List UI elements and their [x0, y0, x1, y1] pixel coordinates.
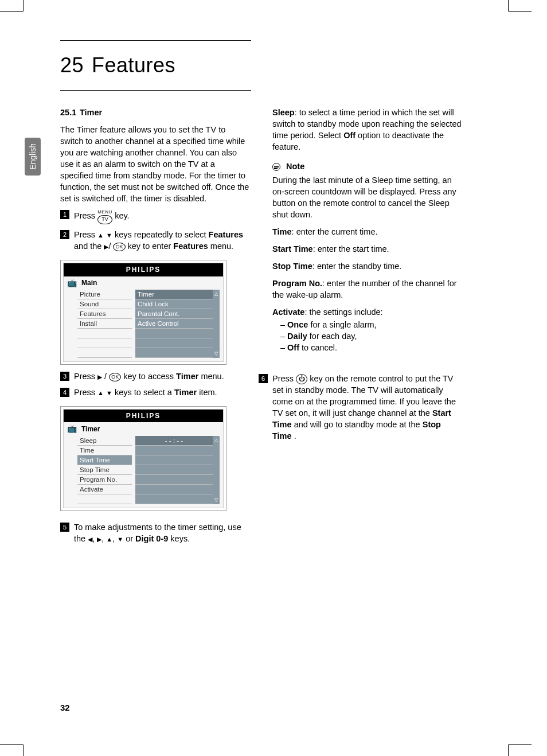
timer-label: Timer	[174, 388, 197, 397]
features-label: Features	[173, 241, 208, 251]
right-column: Sleep: to select a time period in which …	[272, 107, 462, 544]
def-label: Activate	[272, 307, 304, 317]
scroll-down-icon: ▽	[214, 497, 218, 503]
step-3: 3 Press ▶ / OK key to access Timer menu.	[60, 371, 249, 382]
chapter-name: Features	[92, 53, 175, 77]
step-text: menu.	[210, 241, 233, 251]
step-text: keys to select a	[115, 388, 174, 397]
osd-item: Active Control	[135, 319, 213, 329]
osd-value: - - : - -	[135, 436, 213, 446]
osd-item-empty	[77, 329, 132, 338]
chapter-number: 25	[60, 53, 92, 77]
ok-key-icon: OK	[113, 243, 125, 251]
def-label: Start Time	[272, 244, 313, 254]
osd-item-empty	[77, 338, 132, 348]
step-6: 6 Press ⏻ key on the remote control to p…	[259, 373, 462, 442]
top-rule	[60, 40, 251, 41]
step-text: and the	[74, 241, 104, 251]
def-start-time: Start Time: enter the start time.	[272, 243, 462, 255]
step-5: 5 To make adjustments to the timer setti…	[60, 521, 249, 544]
left-column: 25.1Timer The Timer feature allows you t…	[60, 107, 249, 544]
list-item: – Once for a single alarm,	[280, 319, 462, 330]
osd-item-empty	[77, 494, 132, 504]
osd-item-empty	[135, 348, 213, 358]
down-arrow-icon: ▼	[117, 536, 123, 543]
step-4: 4 Press ▲ ▼ keys to select a Timer item.	[60, 387, 249, 398]
bottom-rule	[60, 90, 251, 91]
osd-item: Parental Cont.	[135, 309, 213, 319]
def-label: Sleep	[272, 108, 295, 117]
page-number: 32	[60, 703, 70, 712]
osd-item: Sound	[77, 299, 132, 309]
step-text: Press	[272, 374, 296, 383]
section-heading: 25.1Timer	[60, 107, 249, 118]
intro-paragraph: The Timer feature allows you to set the …	[60, 124, 249, 204]
chapter-title: 25Features	[60, 53, 505, 77]
osd-item: Install	[77, 319, 132, 329]
osd-item-empty	[135, 494, 213, 504]
note-label: Note	[286, 162, 304, 171]
language-tab: English	[25, 138, 41, 176]
def-stop-time: Stop Time: enter the standby time.	[272, 260, 462, 272]
list-item: – Off to cancel.	[280, 342, 462, 353]
osd-scrollbar: △ ▽	[213, 436, 220, 504]
step-text: .	[294, 431, 296, 441]
osd-item-empty	[135, 455, 213, 465]
osd-brand: PHILIPS	[64, 410, 223, 423]
menu-tv-key-icon: MENU TV	[97, 209, 112, 224]
def-sleep: Sleep: to select a time period in which …	[272, 107, 462, 153]
down-arrow-icon: ▼	[106, 232, 112, 239]
osd-item: Time	[77, 446, 132, 455]
osd-item-selected: Timer	[135, 290, 213, 299]
step-text: and will go to standby mode at the	[294, 420, 423, 429]
step-text: or	[126, 534, 135, 543]
step-text: Press	[74, 388, 97, 397]
right-arrow-icon: ▶	[104, 243, 108, 250]
osd-title: Main	[81, 278, 97, 288]
step-1: 1 Press MENU TV key.	[60, 209, 249, 224]
up-arrow-icon: ▲	[106, 536, 112, 543]
up-arrow-icon: ▲	[97, 232, 104, 239]
right-arrow-icon: ▶	[97, 373, 102, 380]
osd-item-empty	[135, 475, 213, 485]
scroll-up-icon: △	[214, 437, 218, 443]
osd-timer-menu: PHILIPS 📺 Timer Sleep Time Start Time St…	[60, 406, 226, 511]
section-title: Timer	[80, 108, 102, 117]
osd-item: Stop Time	[77, 465, 132, 475]
step-text: Press	[74, 211, 97, 220]
note-heading: Note	[272, 161, 462, 172]
note-icon	[272, 163, 280, 171]
step-text: menu.	[201, 372, 224, 381]
osd-item-empty	[135, 329, 213, 338]
osd-item-selected: Start Time	[77, 455, 132, 465]
list-item: – Daily for each day,	[280, 330, 462, 342]
tv-icon: 📺	[67, 278, 77, 289]
note-body: During the last minute of a Sleep time s…	[272, 174, 462, 220]
step-text: item.	[199, 388, 217, 397]
def-program-no: Program No.: enter the number of the cha…	[272, 278, 462, 301]
def-time: Time: enter the current time.	[272, 226, 462, 237]
osd-item: Sleep	[77, 436, 132, 446]
digit-label: Digit 0-9	[135, 534, 168, 543]
up-arrow-icon: ▲	[97, 389, 104, 396]
def-label: Stop Time	[272, 262, 312, 271]
step-number: 1	[60, 210, 69, 219]
features-label: Features	[209, 230, 243, 239]
def-activate: Activate: the settings include: – Once f…	[272, 306, 462, 353]
step-text: Press	[74, 372, 97, 381]
step-number: 4	[60, 388, 69, 397]
step-number: 6	[259, 374, 268, 383]
step-text: Press	[74, 230, 97, 239]
def-label: Time	[272, 227, 292, 236]
step-text: key to access	[123, 372, 176, 381]
osd-brand: PHILIPS	[64, 263, 223, 276]
right-arrow-icon: ▶	[97, 536, 101, 543]
osd-scrollbar: △ ▽	[213, 290, 220, 358]
step-2: 2 Press ▲ ▼ keys repeatedly to select Fe…	[60, 229, 249, 252]
def-label: Program No.	[272, 279, 322, 288]
page-footer: 32	[60, 703, 70, 713]
step-text: key.	[115, 211, 130, 220]
tv-icon: 📺	[67, 423, 77, 434]
power-icon: ⏻	[296, 374, 307, 384]
down-arrow-icon: ▼	[106, 389, 112, 396]
